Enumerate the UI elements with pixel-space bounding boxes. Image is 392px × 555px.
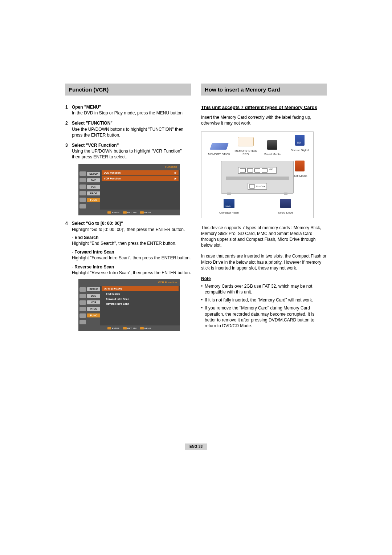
- memory-card-p2: In case that cards are inserted in two s…: [201, 253, 327, 271]
- osd2-sb-dvd: DVD: [87, 294, 100, 298]
- osd2-sb-setup: SETUP: [87, 287, 100, 291]
- sub-end-search: - End SearchHighlight "End Search", then…: [72, 235, 191, 246]
- right-column: How to insert a Memory Card This unit ac…: [201, 84, 327, 336]
- sd-card-icon: [295, 135, 305, 146]
- card-label-md: Micro Drive: [262, 211, 309, 214]
- osd-function-menu: Function SETUP DVD VCR PROG FUNC: [78, 164, 180, 216]
- memory-card-intro: Insert the Memory Card correctly with th…: [201, 114, 327, 126]
- osd1-main: DVD Function▶ VCR Function▶: [100, 170, 180, 210]
- step-3-body: Using the UP/DOWN buttons to highlight "…: [72, 149, 182, 159]
- step-1: Open "MENU" In the DVD in Stop or Play m…: [65, 104, 191, 116]
- osd2-sb-vcr: VCR: [87, 300, 100, 304]
- card-memory-stick-pro: MEMORY STICK PRO: [232, 137, 259, 156]
- lower-slot-label: Micro Drive: [256, 185, 265, 187]
- osd1-title: Function: [78, 164, 180, 171]
- mmc-card-icon: [295, 161, 305, 171]
- sub-reverse-intro-scan: - Reverse Intro ScanHighlight "Reverse I…: [72, 264, 191, 276]
- osd1-sb-vcr: VCR: [87, 185, 100, 189]
- step-2-title: Select "FUNCTION": [72, 121, 113, 126]
- osd1-btn-menu: MENU: [144, 211, 151, 214]
- sub-forward-intro-scan: - Forward Intro ScanHighlight "Forward I…: [72, 249, 191, 261]
- step-4: Select "Go to [0: 00: 00]" Highlight "Go…: [65, 220, 191, 331]
- page-number: ENG-33: [185, 443, 207, 450]
- memory-cards-subheading: This unit accepts 7 different types of M…: [201, 104, 327, 111]
- step-1-title: Open "MENU": [72, 105, 101, 110]
- card-label-sd: Secure Digital: [289, 149, 311, 152]
- osd2-sb-func: FUNC: [87, 313, 100, 317]
- smart-media-icon: [267, 140, 277, 150]
- osd2-main: Go to [0:00:00] End Search Forward Intro…: [100, 286, 180, 325]
- note-1: Memory Cards over 2GB use FAT 32, which …: [201, 283, 327, 295]
- step-4-title: Select "Go to [0: 00: 00]": [72, 221, 123, 226]
- card-memory-stick: MEMORY STICK: [206, 143, 232, 156]
- osd2-item-rev-intro: Reverse Intro Scan: [104, 301, 179, 306]
- step-4-sublist: - End SearchHighlight "End Search", then…: [72, 235, 191, 276]
- osd2-sb-prog: PROG: [87, 307, 100, 311]
- osd1-sb-dvd: DVD: [87, 178, 100, 182]
- osd2-sidebar: SETUP DVD VCR PROG FUNC: [78, 286, 100, 325]
- osd1-item-vcr-function: VCR Function▶: [102, 176, 179, 181]
- osd1-btn-return: RETURN: [127, 211, 136, 214]
- osd2-btn-menu: MENU: [144, 327, 151, 330]
- memory-stick-icon: [210, 143, 229, 150]
- osd1-item-dvd-function: DVD Function▶: [102, 170, 179, 175]
- osd1-sb-prog: PROG: [87, 191, 100, 195]
- note-heading: Note: [201, 276, 327, 281]
- memory-cards-diagram: MEMORY STICK MEMORY STICK PRO Smart Medi…: [201, 131, 314, 218]
- card-label-ms: MEMORY STICK: [206, 153, 232, 156]
- card-label-msp: MEMORY STICK PRO: [232, 149, 259, 156]
- step-4-body: Highlight "Go to [0: 00: 00]", then pres…: [72, 227, 185, 232]
- note-list: Memory Cards over 2GB use FAT 32, which …: [201, 283, 327, 329]
- lower-slot: Micro Drive: [248, 183, 267, 190]
- step-2-body: Use the UP/DOWN buttons to highlight "FU…: [72, 127, 183, 138]
- left-section-header: Function (VCR): [65, 84, 191, 96]
- step-3-title: Select "VCR Function": [72, 143, 119, 148]
- osd1-sb-func: FUNC: [87, 198, 100, 202]
- osd1-bottom: ENTER RETURN MENU: [78, 210, 180, 215]
- note-2: If it is not fully inserted, the "Memory…: [201, 297, 327, 303]
- note-3: If you remove the "Memory Card" during M…: [201, 305, 327, 329]
- card-secure-digital: Secure Digital: [289, 135, 311, 152]
- upper-slot: MMC: [238, 167, 277, 174]
- card-smart-media: Smart Media: [259, 140, 286, 156]
- card-micro-drive: Micro Drive: [262, 199, 309, 214]
- compact-flash-icon: [224, 199, 234, 208]
- memory-stick-pro-icon: [238, 137, 254, 146]
- osd1-btn-enter: ENTER: [112, 211, 119, 214]
- osd1-sb-setup: SETUP: [87, 172, 100, 176]
- osd2-item-end-search: End Search: [104, 292, 179, 296]
- step-3: Select "VCR Function" Using the UP/DOWN …: [65, 142, 191, 215]
- card-compact-flash: Compact Flash: [206, 199, 252, 214]
- left-column: Function (VCR) Open "MENU" In the DVD in…: [65, 84, 191, 336]
- osd2-bottom: ENTER RETURN MENU: [78, 325, 180, 331]
- osd2-title: VCR Function: [78, 279, 180, 286]
- memory-card-p1: This device supports 7 types of memory c…: [201, 225, 327, 248]
- card-label-sm: Smart Media: [259, 153, 286, 156]
- micro-drive-icon: [280, 199, 291, 208]
- osd2-item-goto: Go to [0:00:00]: [102, 286, 179, 291]
- card-label-cf: Compact Flash: [206, 211, 252, 214]
- osd-vcr-function-menu: VCR Function SETUP DVD VCR PROG FUNC: [78, 279, 180, 331]
- osd1-sidebar: SETUP DVD VCR PROG FUNC: [78, 170, 100, 210]
- step-1-body: In the DVD in Stop or Play mode, press t…: [72, 110, 184, 116]
- osd2-btn-enter: ENTER: [112, 327, 119, 330]
- card-reader-device: MMC Micro Drive: [221, 161, 294, 194]
- right-section-header: How to insert a Memory Card: [201, 84, 327, 96]
- osd2-btn-return: RETURN: [127, 327, 136, 330]
- step-2: Select "FUNCTION" Use the UP/DOWN button…: [65, 120, 191, 138]
- two-columns: Function (VCR) Open "MENU" In the DVD in…: [65, 84, 327, 336]
- steps-list: Open "MENU" In the DVD in Stop or Play m…: [65, 104, 191, 331]
- osd2-item-fwd-intro: Forward Intro Scan: [104, 297, 179, 301]
- manual-page: Function (VCR) Open "MENU" In the DVD in…: [0, 0, 392, 555]
